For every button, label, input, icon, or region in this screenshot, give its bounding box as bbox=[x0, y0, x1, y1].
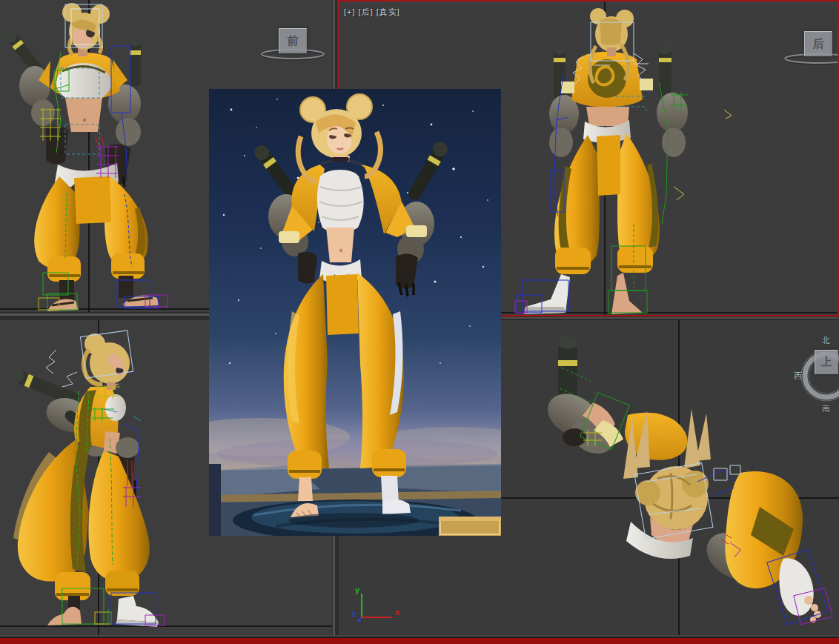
compass-north-label[interactable]: 北 bbox=[822, 335, 830, 346]
reference-image bbox=[209, 89, 501, 536]
compass-south-label[interactable]: 南 bbox=[822, 403, 830, 414]
view-cube-gizmo-back[interactable]: 后 bbox=[783, 30, 838, 68]
character-back-model bbox=[524, 8, 688, 314]
axis-x-label: x bbox=[395, 608, 399, 617]
view-cube-face[interactable]: 前 bbox=[279, 28, 307, 53]
view-cube-gizmo-front[interactable]: 前 bbox=[261, 27, 328, 64]
axis-y-label: y bbox=[355, 585, 359, 594]
axis-z-label: z bbox=[352, 609, 357, 618]
view-cube-face[interactable]: 后 bbox=[804, 31, 832, 56]
viewport-divider-bottom bbox=[0, 635, 839, 637]
character-front-model bbox=[2, 3, 159, 311]
quad-viewport-workspace: 前 [+] [后] [真实] bbox=[0, 0, 839, 644]
view-cube-face[interactable]: 上 bbox=[815, 350, 838, 374]
ui-gold-box bbox=[439, 517, 501, 536]
view-cube-gizmo-top[interactable]: 北 西 南 上 bbox=[792, 333, 839, 415]
reference-image-art bbox=[209, 89, 501, 536]
compass-west-label[interactable]: 西 bbox=[794, 371, 802, 382]
character-top-model bbox=[540, 336, 821, 623]
viewport-label[interactable]: [+] [后] [真实] bbox=[344, 7, 400, 18]
statusbar-red-strip bbox=[0, 637, 839, 644]
character-side-model bbox=[8, 333, 159, 627]
